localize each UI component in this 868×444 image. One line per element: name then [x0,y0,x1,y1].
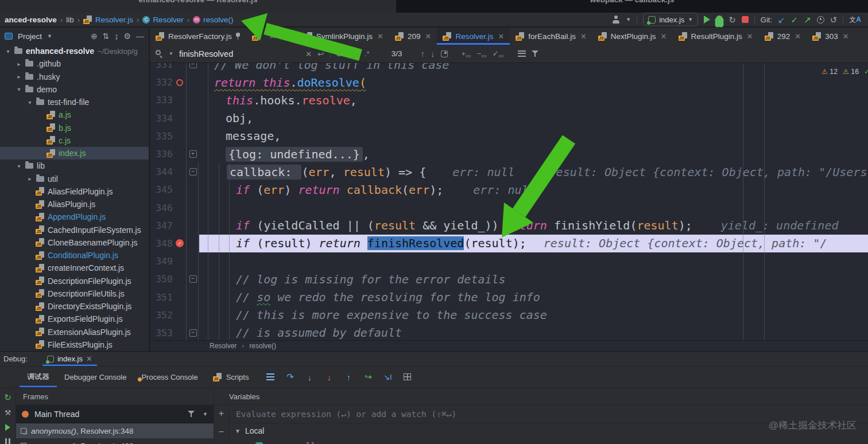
editor-tab-hidden[interactable]: JS✕ [246,28,298,45]
editor-tab-foreachbail-js[interactable]: JSforEachBail.js✕ [510,28,592,45]
close-icon[interactable]: ✕ [580,32,587,41]
tree-item-descriptionfileplugin-js[interactable]: JSDescriptionFilePlugin.js [0,275,149,287]
chevron-right-icon[interactable]: ▸ [14,61,24,67]
code-line-332[interactable]: 332return this.doResolve( [150,73,868,91]
run-configuration-select[interactable]: index.js ▼ [643,13,698,26]
chevron-down-icon[interactable]: ▼ [626,17,631,22]
code-text[interactable]: if (result) return finishResolved(result… [199,235,868,252]
select-all-occurrences-icon[interactable]: ✓xx [492,49,503,59]
step-into-icon[interactable]: ↓ [301,369,318,384]
tree-item-extensionaliasplugin-js[interactable]: JSExtensionAliasPlugin.js [0,326,149,338]
git-push-icon[interactable]: ↗ [804,15,811,24]
variable-row[interactable]: v err = null [229,438,868,444]
chevron-right-icon[interactable]: ▸ [25,176,34,182]
chevron-down-icon[interactable]: ▾ [14,163,24,169]
tree-item-fileexistsplugin-js[interactable]: JSFileExistsPlugin.js [0,338,149,351]
debug-tab-process-console[interactable]: Process Console [134,367,205,387]
step-over-icon[interactable]: ↷ [281,369,299,384]
fold-marker-icon[interactable]: − [187,275,199,283]
code-line-349[interactable]: 349 [150,252,868,270]
debug-tab-调试器[interactable]: 调试器 [20,367,57,387]
pin-icon[interactable] [235,33,241,40]
inspections-widget[interactable]: ⚠ 12 ⚠ 16 ✓ [822,67,865,76]
chevron-down-icon[interactable]: ▼ [203,411,208,417]
code-text[interactable]: return this.doResolve( [199,73,868,91]
breadcrumb-item[interactable]: anced-resolve [5,15,57,24]
code-line-331[interactable]: 331−// We don't log stuff in this case [150,63,868,73]
close-icon[interactable]: ✕ [425,32,432,41]
open-in-find-window-icon[interactable] [441,50,448,57]
tree-item-a-js[interactable]: JSa.js [0,108,149,121]
code-text[interactable]: if (yieldCalled || (result && yield_)) r… [199,217,868,235]
fold-marker-icon[interactable]: − [187,168,199,176]
code-line-334[interactable]: 334obj, [150,110,868,127]
rollback-icon[interactable]: ↺ [830,15,838,24]
expand-all-icon[interactable]: ⇅ [103,32,110,41]
debug-tab-scripts[interactable]: JSScripts [206,367,257,387]
chevron-down-icon[interactable]: ▼ [169,51,173,56]
editor-tab-resolverfactory-js[interactable]: JSResolverFactory.js [150,28,246,45]
chevron-down-icon[interactable]: ▾ [14,86,24,92]
chevron-down-icon[interactable]: ▾ [3,48,13,54]
step-out-icon[interactable]: ↑ [340,369,357,384]
code-text[interactable]: if (err) return callback(err);err: null [199,181,868,198]
editor-tab-303[interactable]: JS303✕ [807,28,854,45]
close-icon[interactable]: ✕ [661,32,667,41]
code-text[interactable]: // this is more expensive to the success… [199,306,868,324]
chevron-down-icon[interactable]: ▼ [47,33,52,39]
code-line-351[interactable]: 351// so we redo the resolving for the l… [150,288,868,306]
history-icon[interactable] [817,16,824,24]
wrench-icon[interactable]: ⚒ [5,409,11,416]
editor-tab-symlinkplugin-js[interactable]: JSSymlinkPlugin.js✕ [298,28,389,45]
locate-file-icon[interactable]: ⊕ [91,32,98,41]
debug-session-tab[interactable]: index.js ✕ [42,352,97,366]
tree-item-createinnercontext-js[interactable]: JScreateInnerContext.js [0,262,149,274]
editor-tab-292[interactable]: JS292✕ [759,28,807,45]
code-text[interactable]: message, [199,127,868,145]
fold-marker-icon[interactable]: − [187,63,199,68]
editor-tab-resultplugin-js[interactable]: JSResultPlugin.js✕ [673,28,759,45]
code-text[interactable]: // log is missing for the error details [199,270,868,288]
regex-toggle[interactable]: .* [365,49,370,58]
filter-icon[interactable] [188,411,195,418]
watches-layout-icon[interactable] [398,369,416,384]
breadcrumb-item[interactable]: JSResolver.js [83,15,133,24]
next-match-icon[interactable]: ↓ [431,49,435,59]
code-line-336[interactable]: 336+{log: undefined...}, [150,145,868,163]
remove-watch-button[interactable]: − [219,427,224,437]
tree-item-exportsfieldplugin-js[interactable]: JSExportsFieldPlugin.js [0,313,149,325]
code-line-353[interactable]: 353−// is assumed by default [150,324,868,340]
code-line-348[interactable]: 348✓if (result) return finishResolved(re… [150,235,868,252]
match-case-toggle[interactable]: Cc [336,49,346,58]
code-text[interactable] [199,252,868,270]
close-icon[interactable]: ✕ [86,355,92,363]
user-icon[interactable] [612,15,620,24]
evaluate-expression-icon[interactable]: ↘I [379,369,396,384]
tree-item-conditionalplugin-js[interactable]: JSConditionalPlugin.js [0,249,149,262]
git-update-icon[interactable]: ↙ [778,15,785,24]
code-line-335[interactable]: 335message, [150,127,868,145]
whole-words-toggle[interactable]: W [351,49,359,58]
code-line-346[interactable]: 346 [150,199,868,217]
stack-frame-row[interactable]: anonymous(), Resolver.js:348 [16,423,214,438]
breakpoint-disabled-icon[interactable] [173,79,187,86]
tree-item-test-find-file[interactable]: ▾test-find-file [0,96,149,108]
editor-breadcrumb-item[interactable]: Resolver [210,342,237,350]
code-text[interactable]: obj, [199,110,868,127]
gear-icon[interactable]: ⚙ [123,32,131,41]
resume-icon[interactable] [5,424,10,431]
tree-item-b-js[interactable]: JSb.js [0,122,149,134]
git-commit-icon[interactable]: ✓ [791,15,799,24]
fold-marker-icon[interactable]: − [187,329,199,337]
filter-icon[interactable] [532,50,538,57]
code-text[interactable]: // is assumed by default [199,324,868,340]
code-text[interactable]: // so we redo the resolving for the log … [199,288,868,306]
code-line-333[interactable]: 333this.hooks.resolve, [150,91,868,109]
tree-item-descriptionfileutils-js[interactable]: JSDescriptionFileUtils.js [0,287,149,300]
editor-tab-nextplugin-js[interactable]: JSNextPlugin.js✕ [592,28,673,45]
run-button[interactable] [704,15,710,24]
code-text[interactable]: this.hooks.resolve, [199,91,868,109]
code-line-345[interactable]: 345if (err) return callback(err);err: nu… [150,181,868,198]
breadcrumb-item[interactable]: mresolve() [193,15,234,24]
tree-item-util[interactable]: ▸util [0,173,149,185]
